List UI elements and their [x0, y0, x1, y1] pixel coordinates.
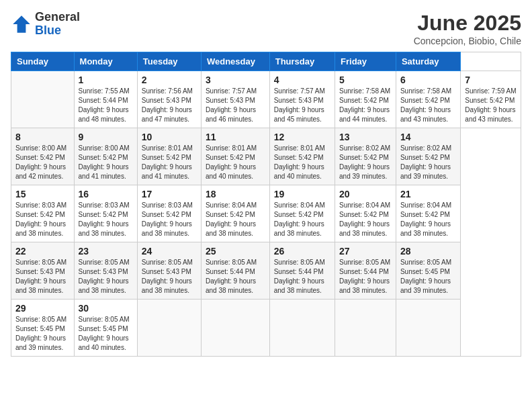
day-info: Sunrise: 8:00 AM Sunset: 5:42 PM Dayligh… — [15, 144, 70, 181]
day-number: 21 — [400, 189, 456, 199]
day-info: Sunrise: 8:05 AM Sunset: 5:44 PM Dayligh… — [339, 258, 392, 295]
day-number: 18 — [206, 189, 265, 199]
calendar-cell: 24Sunrise: 8:05 AM Sunset: 5:43 PM Dayli… — [137, 242, 201, 300]
calendar-week-row: 8Sunrise: 8:00 AM Sunset: 5:42 PM Daylig… — [11, 128, 521, 185]
calendar-cell: 6Sunrise: 7:58 AM Sunset: 5:42 PM Daylig… — [396, 71, 460, 128]
calendar-cell: 30Sunrise: 8:05 AM Sunset: 5:45 PM Dayli… — [74, 300, 137, 357]
day-number: 30 — [79, 303, 133, 314]
calendar-cell: 14Sunrise: 8:02 AM Sunset: 5:42 PM Dayli… — [396, 128, 460, 185]
day-info: Sunrise: 8:02 AM Sunset: 5:42 PM Dayligh… — [400, 144, 456, 181]
day-info: Sunrise: 8:05 AM Sunset: 5:43 PM Dayligh… — [142, 258, 197, 295]
header: General Blue June 2025 Concepcion, Biobi… — [11, 11, 521, 46]
day-info: Sunrise: 8:04 AM Sunset: 5:42 PM Dayligh… — [339, 201, 392, 238]
day-number: 8 — [15, 132, 70, 142]
day-number: 24 — [142, 246, 197, 257]
calendar-cell — [335, 300, 396, 357]
day-number: 10 — [142, 132, 197, 142]
day-info: Sunrise: 7:55 AM Sunset: 5:44 PM Dayligh… — [79, 87, 133, 124]
calendar-cell — [269, 300, 335, 357]
day-info: Sunrise: 8:05 AM Sunset: 5:44 PM Dayligh… — [206, 258, 265, 295]
logo-text: General Blue — [35, 11, 80, 38]
day-number: 26 — [274, 246, 330, 257]
month-title: June 2025 — [414, 11, 521, 36]
calendar-cell: 28Sunrise: 8:05 AM Sunset: 5:45 PM Dayli… — [396, 242, 460, 300]
day-info: Sunrise: 8:05 AM Sunset: 5:43 PM Dayligh… — [15, 258, 70, 295]
day-number: 2 — [142, 75, 197, 85]
calendar-cell: 2Sunrise: 7:56 AM Sunset: 5:43 PM Daylig… — [137, 71, 201, 128]
day-info: Sunrise: 8:03 AM Sunset: 5:42 PM Dayligh… — [142, 201, 197, 238]
calendar-cell: 17Sunrise: 8:03 AM Sunset: 5:42 PM Dayli… — [137, 185, 201, 242]
day-of-week-header: Sunday — [11, 52, 75, 71]
calendar-cell: 26Sunrise: 8:05 AM Sunset: 5:44 PM Dayli… — [269, 242, 335, 300]
day-number: 12 — [274, 132, 330, 142]
calendar-cell: 12Sunrise: 8:01 AM Sunset: 5:42 PM Dayli… — [269, 128, 335, 185]
calendar-cell: 21Sunrise: 8:04 AM Sunset: 5:42 PM Dayli… — [396, 185, 460, 242]
calendar-cell: 5Sunrise: 7:58 AM Sunset: 5:42 PM Daylig… — [335, 71, 396, 128]
calendar-cell: 1Sunrise: 7:55 AM Sunset: 5:44 PM Daylig… — [74, 71, 137, 128]
day-info: Sunrise: 8:05 AM Sunset: 5:45 PM Dayligh… — [79, 315, 133, 353]
calendar-cell: 18Sunrise: 8:04 AM Sunset: 5:42 PM Dayli… — [201, 185, 269, 242]
svg-marker-0 — [13, 15, 30, 33]
calendar-cell: 19Sunrise: 8:04 AM Sunset: 5:42 PM Dayli… — [269, 185, 335, 242]
day-number: 28 — [400, 246, 456, 257]
day-info: Sunrise: 8:05 AM Sunset: 5:44 PM Dayligh… — [274, 258, 330, 295]
day-info: Sunrise: 8:03 AM Sunset: 5:42 PM Dayligh… — [15, 201, 70, 238]
day-info: Sunrise: 8:04 AM Sunset: 5:42 PM Dayligh… — [400, 201, 456, 238]
day-of-week-header: Saturday — [396, 52, 460, 71]
day-number: 9 — [79, 132, 133, 142]
calendar-cell: 8Sunrise: 8:00 AM Sunset: 5:42 PM Daylig… — [11, 128, 75, 185]
calendar-week-row: 15Sunrise: 8:03 AM Sunset: 5:42 PM Dayli… — [11, 185, 521, 242]
day-info: Sunrise: 8:01 AM Sunset: 5:42 PM Dayligh… — [142, 144, 197, 181]
logo: General Blue — [11, 11, 80, 38]
calendar-cell: 25Sunrise: 8:05 AM Sunset: 5:44 PM Dayli… — [201, 242, 269, 300]
day-number: 27 — [339, 246, 392, 257]
calendar-cell: 22Sunrise: 8:05 AM Sunset: 5:43 PM Dayli… — [11, 242, 75, 300]
logo-blue-text: Blue — [35, 24, 80, 38]
location-subtitle: Concepcion, Biobio, Chile — [414, 36, 521, 46]
calendar-cell: 20Sunrise: 8:04 AM Sunset: 5:42 PM Dayli… — [335, 185, 396, 242]
calendar-cell — [137, 300, 201, 357]
day-info: Sunrise: 8:04 AM Sunset: 5:42 PM Dayligh… — [274, 201, 330, 238]
day-info: Sunrise: 8:02 AM Sunset: 5:42 PM Dayligh… — [339, 144, 392, 181]
calendar-table: SundayMondayTuesdayWednesdayThursdayFrid… — [11, 52, 521, 357]
day-number: 25 — [206, 246, 265, 257]
day-number: 16 — [79, 189, 133, 199]
title-area: June 2025 Concepcion, Biobio, Chile — [414, 11, 521, 46]
day-number: 13 — [339, 132, 392, 142]
day-number: 20 — [339, 189, 392, 199]
calendar-cell — [396, 300, 460, 357]
day-number: 19 — [274, 189, 330, 199]
day-info: Sunrise: 7:58 AM Sunset: 5:42 PM Dayligh… — [400, 87, 456, 124]
calendar-cell: 10Sunrise: 8:01 AM Sunset: 5:42 PM Dayli… — [137, 128, 201, 185]
day-info: Sunrise: 8:05 AM Sunset: 5:45 PM Dayligh… — [400, 258, 456, 295]
calendar-cell: 23Sunrise: 8:05 AM Sunset: 5:43 PM Dayli… — [74, 242, 137, 300]
day-number: 4 — [274, 75, 330, 85]
day-of-week-header: Monday — [74, 52, 137, 71]
day-number: 11 — [206, 132, 265, 142]
day-info: Sunrise: 8:01 AM Sunset: 5:42 PM Dayligh… — [206, 144, 265, 181]
day-number: 1 — [79, 75, 133, 85]
day-number: 17 — [142, 189, 197, 199]
calendar-cell — [11, 71, 75, 128]
calendar-week-row: 22Sunrise: 8:05 AM Sunset: 5:43 PM Dayli… — [11, 242, 521, 300]
calendar-cell: 27Sunrise: 8:05 AM Sunset: 5:44 PM Dayli… — [335, 242, 396, 300]
day-info: Sunrise: 7:57 AM Sunset: 5:43 PM Dayligh… — [274, 87, 330, 124]
logo-icon — [11, 13, 32, 35]
day-info: Sunrise: 7:56 AM Sunset: 5:43 PM Dayligh… — [142, 87, 197, 124]
day-number: 6 — [400, 75, 456, 85]
calendar-cell: 29Sunrise: 8:05 AM Sunset: 5:45 PM Dayli… — [11, 300, 75, 357]
day-number: 22 — [15, 246, 70, 257]
day-info: Sunrise: 8:05 AM Sunset: 5:45 PM Dayligh… — [15, 315, 70, 353]
day-info: Sunrise: 8:03 AM Sunset: 5:42 PM Dayligh… — [79, 201, 133, 238]
calendar-week-row: 1Sunrise: 7:55 AM Sunset: 5:44 PM Daylig… — [11, 71, 521, 128]
day-of-week-header: Thursday — [269, 52, 335, 71]
calendar-cell: 16Sunrise: 8:03 AM Sunset: 5:42 PM Dayli… — [74, 185, 137, 242]
calendar-header-row: SundayMondayTuesdayWednesdayThursdayFrid… — [11, 52, 521, 71]
day-number: 14 — [400, 132, 456, 142]
day-of-week-header: Wednesday — [201, 52, 269, 71]
calendar-cell — [201, 300, 269, 357]
calendar-week-row: 29Sunrise: 8:05 AM Sunset: 5:45 PM Dayli… — [11, 300, 521, 357]
calendar-cell: 11Sunrise: 8:01 AM Sunset: 5:42 PM Dayli… — [201, 128, 269, 185]
day-number: 7 — [465, 75, 517, 85]
day-info: Sunrise: 7:58 AM Sunset: 5:42 PM Dayligh… — [339, 87, 392, 124]
